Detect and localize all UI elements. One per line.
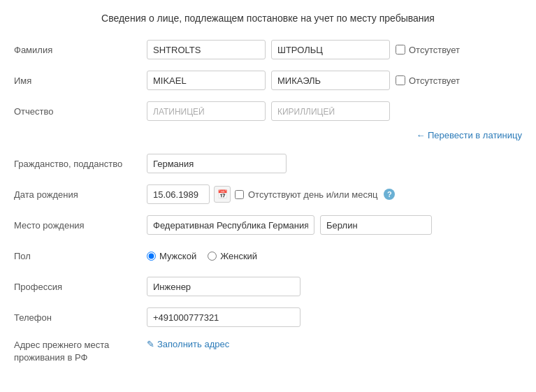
- lastname-label: Фамилия: [14, 45, 147, 55]
- calendar-icon: 📅: [217, 189, 228, 199]
- translate-link[interactable]: ← Перевести в латиницу: [416, 130, 522, 140]
- patronymic-row: Отчество: [14, 99, 522, 123]
- birthplace-label: Место рождения: [14, 220, 147, 231]
- firstname-row: Имя Отсутствует: [14, 68, 522, 92]
- gender-label: Пол: [14, 251, 147, 261]
- birthplace-city-input[interactable]: [320, 215, 432, 235]
- birthplace-row: Место рождения: [14, 213, 522, 237]
- address-controls: ✎ Заполнить адрес: [147, 339, 522, 349]
- fill-address-label: Заполнить адрес: [157, 339, 229, 349]
- firstname-label: Имя: [14, 75, 147, 86]
- gender-male-option[interactable]: Мужской: [147, 251, 196, 261]
- profession-label: Профессия: [14, 282, 147, 292]
- patronymic-controls: [147, 101, 522, 121]
- gender-controls: Мужской Женский: [147, 251, 522, 261]
- gender-male-radio[interactable]: [147, 252, 156, 261]
- firstname-cyrillic-input[interactable]: [271, 71, 390, 90]
- birthdate-input[interactable]: [147, 184, 210, 204]
- citizenship-label: Гражданство, подданство: [14, 159, 147, 169]
- birthplace-country-input[interactable]: [147, 215, 314, 235]
- lastname-absent-label: Отсутствует: [409, 45, 460, 55]
- profession-controls: [147, 277, 522, 296]
- citizenship-controls: [147, 154, 522, 173]
- phone-input[interactable]: [147, 307, 300, 327]
- lastname-absent-group: Отсутствует: [396, 45, 460, 55]
- translate-row: ← Перевести в латиницу: [147, 130, 522, 140]
- lastname-absent-checkbox[interactable]: [396, 45, 405, 55]
- address-label: Адрес прежнего места проживания в РФ: [14, 339, 147, 364]
- firstname-absent-label: Отсутствует: [409, 75, 460, 86]
- lastname-cyrillic-input[interactable]: [271, 40, 390, 59]
- gender-male-label: Мужской: [159, 251, 196, 261]
- fill-address-link[interactable]: ✎ Заполнить адрес: [147, 339, 229, 349]
- phone-label: Телефон: [14, 312, 147, 323]
- profession-row: Профессия: [14, 275, 522, 298]
- lastname-controls: Отсутствует: [147, 40, 522, 59]
- gender-female-label: Женский: [220, 251, 257, 261]
- address-row: Адрес прежнего места проживания в РФ ✎ З…: [14, 336, 522, 364]
- birthdate-label: Дата рождения: [14, 189, 147, 200]
- gender-female-radio[interactable]: [208, 252, 217, 261]
- patronymic-label: Отчество: [14, 106, 147, 117]
- help-icon[interactable]: ?: [384, 189, 395, 200]
- profession-input[interactable]: [147, 277, 300, 296]
- pencil-icon: ✎: [147, 339, 154, 349]
- phone-controls: [147, 307, 522, 327]
- patronymic-cyrillic-input[interactable]: [271, 101, 390, 121]
- birthdate-absent-label: Отсутствуют день и/или месяц: [248, 189, 377, 200]
- patronymic-latin-input[interactable]: [147, 101, 266, 121]
- firstname-latin-input[interactable]: [147, 71, 266, 90]
- phone-row: Телефон: [14, 305, 522, 329]
- firstname-absent-group: Отсутствует: [396, 75, 460, 86]
- firstname-controls: Отсутствует: [147, 71, 522, 90]
- birthdate-absent-checkbox[interactable]: [235, 190, 244, 199]
- citizenship-row: Гражданство, подданство: [14, 152, 522, 175]
- page-title: Сведения о лице, подлежащем постановке н…: [14, 7, 522, 24]
- lastname-latin-input[interactable]: [147, 40, 266, 59]
- birthdate-controls: 📅 Отсутствуют день и/или месяц ?: [147, 184, 522, 204]
- calendar-button[interactable]: 📅: [214, 186, 231, 203]
- citizenship-input[interactable]: [147, 154, 287, 173]
- lastname-row: Фамилия Отсутствует: [14, 38, 522, 61]
- firstname-absent-checkbox[interactable]: [396, 75, 405, 85]
- gender-female-option[interactable]: Женский: [208, 251, 257, 261]
- birthplace-controls: [147, 215, 522, 235]
- gender-row: Пол Мужской Женский: [14, 244, 522, 268]
- birthdate-row: Дата рождения 📅 Отсутствуют день и/или м…: [14, 182, 522, 206]
